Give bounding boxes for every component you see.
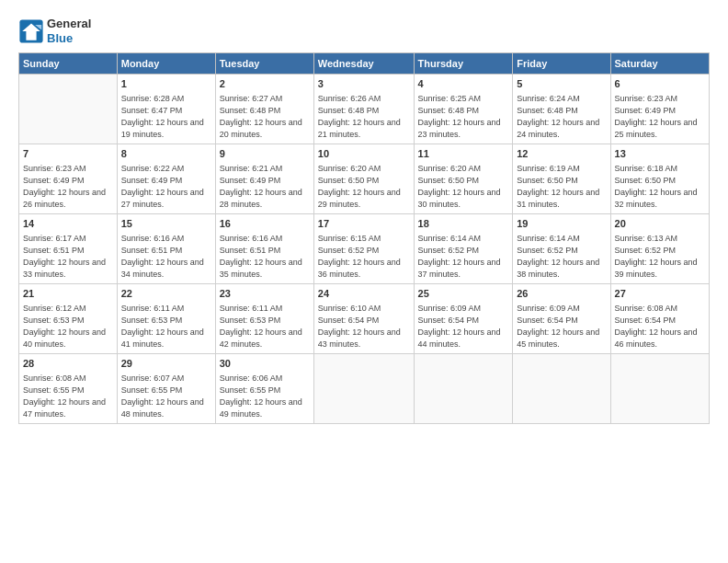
calendar-cell: 9Sunrise: 6:21 AMSunset: 6:49 PMDaylight… — [215, 144, 313, 214]
calendar-cell: 18Sunrise: 6:14 AMSunset: 6:52 PMDayligh… — [414, 214, 513, 284]
day-number: 24 — [318, 287, 410, 301]
page: GeneralBlue SundayMondayTuesdayWednesday… — [0, 0, 728, 433]
day-info: Sunrise: 6:11 AMSunset: 6:53 PMDaylight:… — [121, 303, 211, 350]
day-number: 8 — [121, 147, 211, 161]
day-info: Sunrise: 6:25 AMSunset: 6:48 PMDaylight:… — [418, 93, 509, 141]
day-info: Sunrise: 6:21 AMSunset: 6:49 PMDaylight:… — [220, 163, 310, 211]
day-number: 12 — [517, 147, 606, 161]
calendar-cell: 26Sunrise: 6:09 AMSunset: 6:54 PMDayligh… — [513, 284, 610, 354]
day-number: 11 — [418, 147, 509, 161]
day-number: 4 — [418, 77, 509, 91]
day-number: 5 — [517, 77, 606, 91]
weekday-header-thursday: Thursday — [414, 53, 513, 75]
day-info: Sunrise: 6:07 AMSunset: 6:55 PMDaylight:… — [121, 373, 211, 420]
day-info: Sunrise: 6:08 AMSunset: 6:54 PMDaylight:… — [615, 303, 705, 350]
weekday-header-wednesday: Wednesday — [313, 53, 414, 75]
calendar-cell: 4Sunrise: 6:25 AMSunset: 6:48 PMDaylight… — [414, 75, 513, 144]
day-number: 15 — [121, 217, 211, 231]
day-info: Sunrise: 6:17 AMSunset: 6:51 PMDaylight:… — [23, 233, 113, 281]
calendar-cell: 29Sunrise: 6:07 AMSunset: 6:55 PMDayligh… — [117, 354, 215, 424]
calendar-cell — [414, 354, 513, 424]
calendar-cell: 12Sunrise: 6:19 AMSunset: 6:50 PMDayligh… — [513, 144, 610, 214]
day-info: Sunrise: 6:20 AMSunset: 6:50 PMDaylight:… — [418, 163, 509, 211]
day-number: 29 — [121, 357, 211, 371]
calendar: SundayMondayTuesdayWednesdayThursdayFrid… — [18, 52, 710, 424]
day-info: Sunrise: 6:22 AMSunset: 6:49 PMDaylight:… — [121, 163, 211, 211]
calendar-cell: 6Sunrise: 6:23 AMSunset: 6:49 PMDaylight… — [610, 75, 709, 144]
week-row-2: 7Sunrise: 6:23 AMSunset: 6:49 PMDaylight… — [19, 144, 710, 214]
day-number: 1 — [121, 77, 211, 91]
calendar-cell: 7Sunrise: 6:23 AMSunset: 6:49 PMDaylight… — [19, 144, 118, 214]
calendar-cell: 25Sunrise: 6:09 AMSunset: 6:54 PMDayligh… — [414, 284, 513, 354]
day-number: 23 — [220, 287, 310, 301]
day-info: Sunrise: 6:16 AMSunset: 6:51 PMDaylight:… — [220, 233, 310, 281]
day-info: Sunrise: 6:19 AMSunset: 6:50 PMDaylight:… — [517, 163, 606, 211]
calendar-cell: 13Sunrise: 6:18 AMSunset: 6:50 PMDayligh… — [610, 144, 709, 214]
logo-text: GeneralBlue — [47, 17, 91, 45]
day-info: Sunrise: 6:18 AMSunset: 6:50 PMDaylight:… — [615, 163, 705, 211]
calendar-cell: 15Sunrise: 6:16 AMSunset: 6:51 PMDayligh… — [117, 214, 215, 284]
calendar-cell: 8Sunrise: 6:22 AMSunset: 6:49 PMDaylight… — [117, 144, 215, 214]
day-number: 3 — [318, 77, 410, 91]
calendar-cell: 2Sunrise: 6:27 AMSunset: 6:48 PMDaylight… — [215, 75, 313, 144]
weekday-header-row: SundayMondayTuesdayWednesdayThursdayFrid… — [19, 53, 710, 75]
day-number: 14 — [23, 217, 113, 231]
day-number: 6 — [615, 77, 705, 91]
day-number: 9 — [220, 147, 310, 161]
day-info: Sunrise: 6:06 AMSunset: 6:55 PMDaylight:… — [220, 373, 310, 420]
calendar-cell: 30Sunrise: 6:06 AMSunset: 6:55 PMDayligh… — [215, 354, 313, 424]
weekday-header-tuesday: Tuesday — [215, 53, 313, 75]
day-number: 17 — [318, 217, 410, 231]
day-number: 25 — [418, 287, 509, 301]
calendar-cell: 28Sunrise: 6:08 AMSunset: 6:55 PMDayligh… — [19, 354, 118, 424]
day-info: Sunrise: 6:11 AMSunset: 6:53 PMDaylight:… — [220, 303, 310, 350]
day-info: Sunrise: 6:12 AMSunset: 6:53 PMDaylight:… — [23, 303, 113, 350]
header: GeneralBlue — [18, 17, 710, 45]
day-number: 13 — [615, 147, 705, 161]
day-info: Sunrise: 6:24 AMSunset: 6:48 PMDaylight:… — [517, 93, 606, 141]
calendar-cell: 10Sunrise: 6:20 AMSunset: 6:50 PMDayligh… — [313, 144, 414, 214]
calendar-cell: 14Sunrise: 6:17 AMSunset: 6:51 PMDayligh… — [19, 214, 118, 284]
day-info: Sunrise: 6:28 AMSunset: 6:47 PMDaylight:… — [121, 93, 211, 141]
logo: GeneralBlue — [18, 17, 91, 45]
weekday-header-saturday: Saturday — [610, 53, 709, 75]
calendar-cell: 24Sunrise: 6:10 AMSunset: 6:54 PMDayligh… — [313, 284, 414, 354]
calendar-cell: 1Sunrise: 6:28 AMSunset: 6:47 PMDaylight… — [117, 75, 215, 144]
day-info: Sunrise: 6:14 AMSunset: 6:52 PMDaylight:… — [517, 233, 606, 281]
calendar-cell: 3Sunrise: 6:26 AMSunset: 6:48 PMDaylight… — [313, 75, 414, 144]
week-row-5: 28Sunrise: 6:08 AMSunset: 6:55 PMDayligh… — [19, 354, 710, 424]
day-number: 30 — [220, 357, 310, 371]
calendar-cell — [610, 354, 709, 424]
day-info: Sunrise: 6:23 AMSunset: 6:49 PMDaylight:… — [23, 163, 113, 211]
day-number: 2 — [220, 77, 310, 91]
day-number: 22 — [121, 287, 211, 301]
calendar-cell — [513, 354, 610, 424]
calendar-cell: 22Sunrise: 6:11 AMSunset: 6:53 PMDayligh… — [117, 284, 215, 354]
day-info: Sunrise: 6:09 AMSunset: 6:54 PMDaylight:… — [418, 303, 509, 350]
calendar-cell: 19Sunrise: 6:14 AMSunset: 6:52 PMDayligh… — [513, 214, 610, 284]
week-row-1: 1Sunrise: 6:28 AMSunset: 6:47 PMDaylight… — [19, 75, 710, 144]
weekday-header-monday: Monday — [117, 53, 215, 75]
day-info: Sunrise: 6:23 AMSunset: 6:49 PMDaylight:… — [615, 93, 705, 141]
calendar-cell — [19, 75, 118, 144]
logo-icon — [18, 18, 44, 44]
day-number: 7 — [23, 147, 113, 161]
day-info: Sunrise: 6:26 AMSunset: 6:48 PMDaylight:… — [318, 93, 410, 141]
day-info: Sunrise: 6:10 AMSunset: 6:54 PMDaylight:… — [318, 303, 410, 350]
day-info: Sunrise: 6:27 AMSunset: 6:48 PMDaylight:… — [220, 93, 310, 141]
day-number: 21 — [23, 287, 113, 301]
calendar-cell: 11Sunrise: 6:20 AMSunset: 6:50 PMDayligh… — [414, 144, 513, 214]
day-number: 20 — [615, 217, 705, 231]
logo-line1: GeneralBlue — [47, 17, 91, 45]
calendar-cell: 17Sunrise: 6:15 AMSunset: 6:52 PMDayligh… — [313, 214, 414, 284]
calendar-cell: 23Sunrise: 6:11 AMSunset: 6:53 PMDayligh… — [215, 284, 313, 354]
day-number: 16 — [220, 217, 310, 231]
day-number: 26 — [517, 287, 606, 301]
logo-line2: Blue — [47, 31, 73, 45]
day-info: Sunrise: 6:20 AMSunset: 6:50 PMDaylight:… — [318, 163, 410, 211]
week-row-3: 14Sunrise: 6:17 AMSunset: 6:51 PMDayligh… — [19, 214, 710, 284]
day-number: 28 — [23, 357, 113, 371]
calendar-cell: 27Sunrise: 6:08 AMSunset: 6:54 PMDayligh… — [610, 284, 709, 354]
week-row-4: 21Sunrise: 6:12 AMSunset: 6:53 PMDayligh… — [19, 284, 710, 354]
calendar-cell: 16Sunrise: 6:16 AMSunset: 6:51 PMDayligh… — [215, 214, 313, 284]
